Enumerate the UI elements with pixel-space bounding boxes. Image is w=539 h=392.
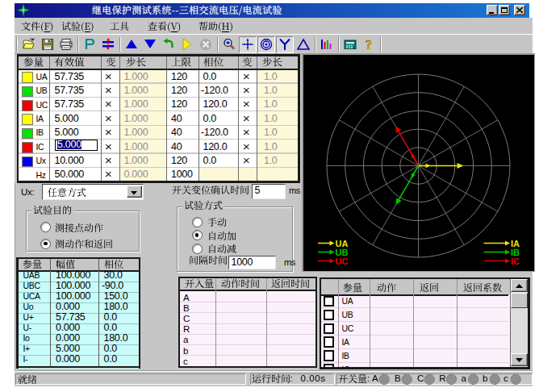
- svg-text:?: ?: [365, 38, 372, 51]
- svg-text:UC: UC: [335, 256, 348, 265]
- svg-text:IC: IC: [511, 256, 520, 265]
